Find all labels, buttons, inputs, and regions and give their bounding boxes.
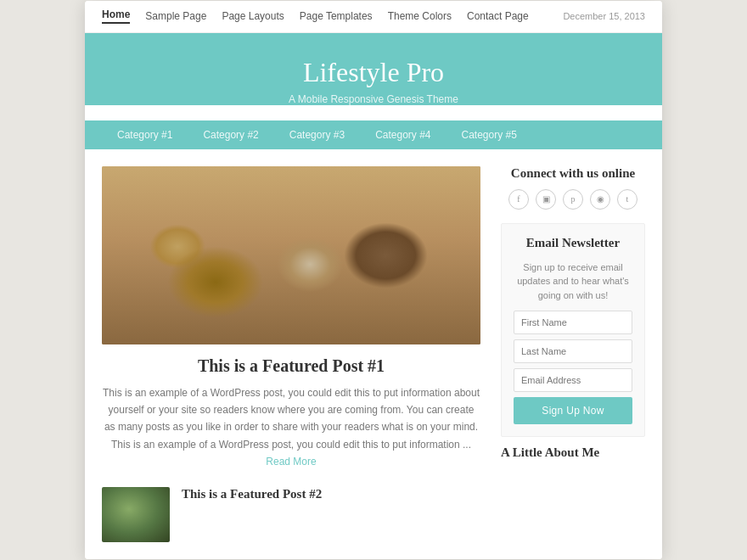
first-name-field[interactable] <box>514 311 632 334</box>
nav-theme-colors[interactable]: Theme Colors <box>388 10 452 22</box>
bread-illustration <box>102 166 480 344</box>
last-name-field[interactable] <box>514 339 632 363</box>
site-title: Lifestyle Pro <box>102 57 645 88</box>
list-item: Category #2 <box>188 120 273 149</box>
nav-page-templates[interactable]: Page Templates <box>300 10 373 22</box>
list-item: Category #1 <box>102 120 188 149</box>
sidebar: Connect with us online f ▣ p ◉ t Email N… <box>501 166 645 543</box>
site-date: December 15, 2013 <box>563 11 645 21</box>
post-2-info: This is a Featured Post #2 <box>182 487 480 501</box>
twitter-icon[interactable]: t <box>617 189 637 210</box>
list-item: Category #5 <box>447 120 532 149</box>
category-nav: Category #1 Category #2 Category #3 Cate… <box>85 120 662 149</box>
browser-window: Home Sample Page Page Layouts Page Templ… <box>85 1 662 560</box>
connect-widget: Connect with us online f ▣ p ◉ t <box>501 166 645 210</box>
content-column: This is a Featured Post #1 This is an ex… <box>102 166 501 543</box>
post-1-excerpt: This is an example of a WordPress post, … <box>102 384 480 471</box>
email-field[interactable] <box>514 368 632 392</box>
nav-links: Home Sample Page Page Layouts Page Templ… <box>102 8 529 24</box>
newsletter-widget: Email Newsletter Sign up to receive emai… <box>501 223 645 438</box>
category-5-link[interactable]: Category #5 <box>447 120 532 149</box>
nav-home[interactable]: Home <box>102 8 130 24</box>
main-content: This is a Featured Post #1 This is an ex… <box>85 149 662 560</box>
social-icons-row: f ▣ p ◉ t <box>501 189 645 210</box>
connect-title: Connect with us online <box>501 166 645 181</box>
featured-post-1: This is a Featured Post #1 This is an ex… <box>102 166 480 471</box>
pinterest-icon[interactable]: p <box>563 189 583 210</box>
newsletter-description: Sign up to receive email updates and to … <box>514 260 632 303</box>
category-2-link[interactable]: Category #2 <box>188 120 273 149</box>
post-2-thumbnail <box>102 487 170 542</box>
second-post: This is a Featured Post #2 <box>102 487 480 542</box>
site-tagline: A Mobile Responsive Genesis Theme <box>102 93 645 105</box>
category-3-link[interactable]: Category #3 <box>274 120 360 149</box>
post-1-title: This is a Featured Post #1 <box>102 356 480 376</box>
list-item: Category #3 <box>274 120 360 149</box>
signup-button[interactable]: Sign Up Now <box>514 397 632 424</box>
post-2-title: This is a Featured Post #2 <box>182 487 480 501</box>
facebook-icon[interactable]: f <box>508 189 529 210</box>
category-1-link[interactable]: Category #1 <box>102 120 188 149</box>
instagram-icon[interactable]: ▣ <box>536 189 556 210</box>
featured-image <box>102 166 480 344</box>
read-more-link-1[interactable]: Read More <box>266 456 316 468</box>
rss-icon[interactable]: ◉ <box>590 189 610 210</box>
category-list: Category #1 Category #2 Category #3 Cate… <box>102 120 645 149</box>
nav-contact-page[interactable]: Contact Page <box>467 10 529 22</box>
about-widget: A Little About Me <box>501 445 645 460</box>
nav-sample-page[interactable]: Sample Page <box>145 10 206 22</box>
newsletter-title: Email Newsletter <box>514 236 632 250</box>
top-nav: Home Sample Page Page Layouts Page Templ… <box>85 1 662 33</box>
list-item: Category #4 <box>360 120 446 149</box>
site-header: Lifestyle Pro A Mobile Responsive Genesi… <box>85 33 662 105</box>
about-title: A Little About Me <box>501 445 645 460</box>
nav-page-layouts[interactable]: Page Layouts <box>222 10 284 22</box>
category-4-link[interactable]: Category #4 <box>360 120 446 149</box>
